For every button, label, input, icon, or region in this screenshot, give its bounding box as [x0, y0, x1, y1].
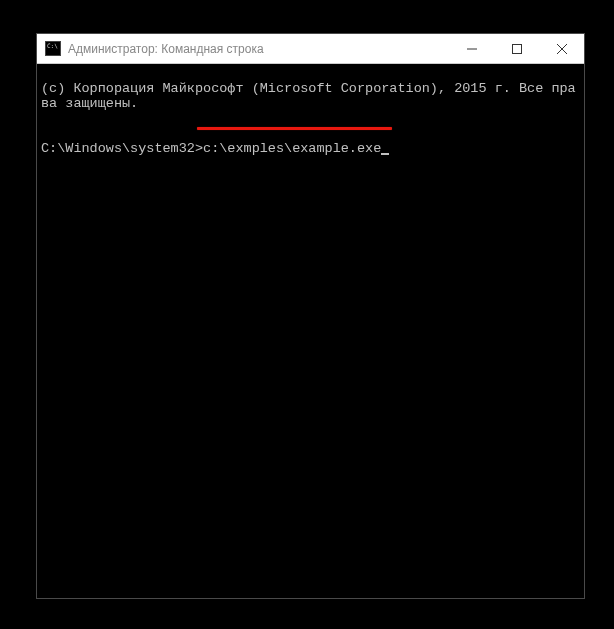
svg-rect-1 [512, 44, 521, 53]
highlight-underline [197, 127, 392, 130]
close-button[interactable] [539, 34, 584, 63]
titlebar[interactable]: Администратор: Командная строка [37, 34, 584, 64]
prompt-text: C:\Windows\system32> [41, 141, 203, 156]
maximize-button[interactable] [494, 34, 539, 63]
copyright-text: (c) Корпорация Майкрософт (Microsoft Cor… [41, 81, 580, 111]
maximize-icon [512, 44, 522, 54]
close-icon [557, 44, 567, 54]
console-area[interactable]: (c) Корпорация Майкрософт (Microsoft Cor… [37, 64, 584, 598]
minimize-icon [467, 44, 477, 54]
command-input[interactable]: c:\exmples\example.exe [203, 141, 381, 156]
cmd-icon [45, 41, 61, 56]
window-title: Администратор: Командная строка [68, 42, 449, 56]
text-cursor [381, 153, 389, 155]
window-controls [449, 34, 584, 63]
command-prompt-window: Администратор: Командная строка (c) Корп… [36, 33, 585, 599]
minimize-button[interactable] [449, 34, 494, 63]
